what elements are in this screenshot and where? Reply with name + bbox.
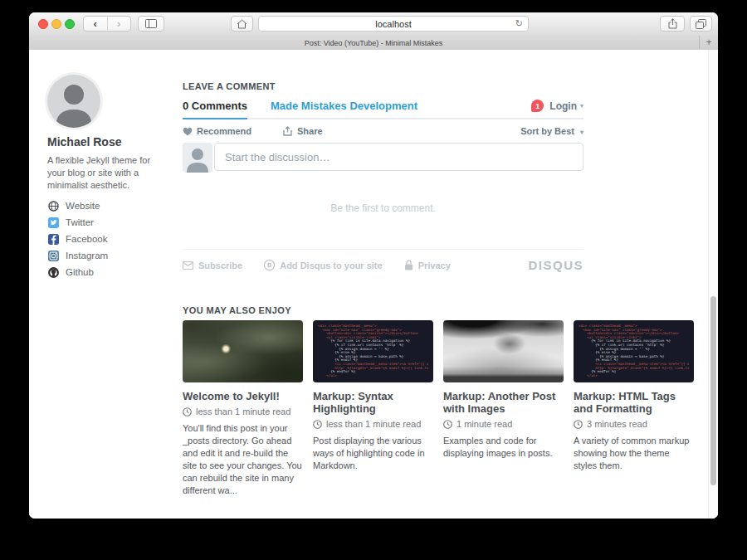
home-icon xyxy=(237,19,247,29)
post-thumbnail-moss-photo[interactable] xyxy=(183,320,303,382)
sort-label: Sort by Best xyxy=(520,126,574,136)
author-link-github[interactable]: Github xyxy=(47,264,108,280)
author-link-facebook[interactable]: Facebook xyxy=(47,231,108,247)
address-bar[interactable]: localhost ↻ xyxy=(258,16,529,32)
github-icon xyxy=(47,266,59,278)
read-time: 3 minutes read xyxy=(587,419,647,429)
post-meta: 3 minutes read xyxy=(574,419,694,429)
author-link-instagram[interactable]: Instagram xyxy=(47,247,108,264)
related-post-card[interactable]: <div class="masthead__menu"> <nav id="si… xyxy=(574,320,694,472)
related-post-card[interactable]: Markup: Another Post with Images 1 minut… xyxy=(443,320,564,460)
post-thumbnail-code-screenshot[interactable]: <div class="masthead__menu"> <nav id="si… xyxy=(574,320,694,382)
heart-icon xyxy=(183,127,193,136)
person-silhouette-icon xyxy=(47,75,100,128)
author-link-label: Facebook xyxy=(66,234,108,244)
post-title[interactable]: Markup: HTML Tags and Formatting xyxy=(574,390,694,415)
tabs-overview-icon xyxy=(696,19,706,29)
read-time: less than 1 minute read xyxy=(196,407,290,416)
clock-icon xyxy=(183,407,192,416)
comment-compose-box xyxy=(183,143,583,173)
tab-community-link[interactable]: Made Mistakes Development xyxy=(271,100,417,112)
close-window-button[interactable] xyxy=(38,19,48,29)
post-title[interactable]: Markup: Syntax Highlighting xyxy=(313,390,433,415)
disqus-action-bar: Recommend Share Sort by Best ▾ xyxy=(183,126,583,136)
lock-icon xyxy=(404,260,413,270)
chevron-down-icon: ▾ xyxy=(580,129,583,136)
post-excerpt: A variety of common markup showing how t… xyxy=(574,435,694,472)
share-comments-button[interactable]: Share xyxy=(283,126,323,136)
zoom-window-button[interactable] xyxy=(65,19,75,29)
post-thumbnail-code-screenshot[interactable]: <div class="masthead__menu"> <nav id="si… xyxy=(313,320,433,382)
new-tab-button[interactable]: + xyxy=(699,36,718,49)
recommend-label: Recommend xyxy=(197,126,251,136)
read-time: 1 minute read xyxy=(456,419,512,429)
subscribe-link[interactable]: Subscribe xyxy=(183,261,242,270)
post-excerpt: Examples and code for displaying images … xyxy=(443,435,564,460)
login-label: Login xyxy=(549,100,577,112)
instagram-icon xyxy=(47,250,59,261)
author-bio: A flexible Jekyll theme for your blog or… xyxy=(47,154,160,192)
home-button[interactable] xyxy=(231,16,253,32)
sidebar-toggle-button[interactable] xyxy=(138,16,164,32)
sidebar-icon xyxy=(145,19,157,28)
guest-avatar xyxy=(183,143,212,173)
author-link-label: Website xyxy=(66,201,100,211)
page-content: Michael Rose A flexible Jekyll theme for… xyxy=(29,50,718,519)
post-title[interactable]: Markup: Another Post with Images xyxy=(443,390,564,415)
related-post-card[interactable]: Welcome to Jekyll! less than 1 minute re… xyxy=(183,320,303,497)
comment-input[interactable] xyxy=(214,143,583,171)
person-silhouette-icon xyxy=(183,143,212,173)
share-label: Share xyxy=(297,126,323,136)
reload-icon[interactable]: ↻ xyxy=(515,18,523,29)
tab-comment-count[interactable]: 0 Comments xyxy=(183,100,247,119)
disqus-d-icon xyxy=(264,260,275,270)
related-post-card[interactable]: <div class="masthead__menu"> <nav id="si… xyxy=(313,320,433,472)
privacy-label: Privacy xyxy=(418,261,451,270)
globe-icon xyxy=(47,200,59,212)
scrollbar-track[interactable] xyxy=(708,50,718,519)
twitter-icon xyxy=(47,217,59,228)
back-button[interactable]: ‹ xyxy=(84,17,108,30)
browser-window: ‹ › localhost ↻ Post: Video (YouTube) - … xyxy=(29,12,718,519)
author-links: Website Twitter Facebook Instagram Githu… xyxy=(47,197,108,280)
facebook-icon xyxy=(47,233,59,245)
no-comments-message: Be the first to comment. xyxy=(183,202,583,214)
post-meta: 1 minute read xyxy=(443,419,564,429)
clock-icon xyxy=(574,420,583,429)
sort-by-dropdown[interactable]: Sort by Best ▾ xyxy=(520,126,583,136)
show-all-tabs-button[interactable] xyxy=(690,16,712,32)
tab-bar: Post: Video (YouTube) - Minimal Mistakes… xyxy=(29,36,718,51)
recommend-button[interactable]: Recommend xyxy=(183,126,251,136)
minimize-window-button[interactable] xyxy=(51,19,61,29)
nav-button-group: ‹ › xyxy=(83,16,131,32)
post-thumbnail-fog-photo[interactable] xyxy=(443,320,564,382)
share-icon xyxy=(668,18,677,29)
add-disqus-link[interactable]: Add Disqus to your site xyxy=(264,260,382,270)
disqus-logo[interactable]: DISQUS xyxy=(528,258,583,272)
post-excerpt: Post displaying the various ways of high… xyxy=(313,435,433,472)
chevron-down-icon: ▾ xyxy=(580,102,583,110)
post-meta: less than 1 minute read xyxy=(183,407,303,416)
forward-button[interactable]: › xyxy=(108,17,131,30)
envelope-icon xyxy=(183,261,193,270)
subscribe-label: Subscribe xyxy=(198,261,242,270)
author-name: Michael Rose xyxy=(47,135,121,149)
clock-icon xyxy=(313,420,322,429)
author-link-label: Github xyxy=(66,267,94,277)
scrollbar-thumb[interactable] xyxy=(710,296,716,485)
share-button[interactable] xyxy=(660,16,685,32)
notification-badge[interactable]: 1 xyxy=(531,100,544,112)
address-bar-url: localhost xyxy=(375,19,411,29)
author-link-twitter[interactable]: Twitter xyxy=(47,214,108,231)
disqus-tabs: 0 Comments Made Mistakes Development 1 L… xyxy=(183,100,583,119)
author-link-website[interactable]: Website xyxy=(47,197,108,214)
comments-section-title: LEAVE A COMMENT xyxy=(183,81,276,91)
active-tab-title[interactable]: Post: Video (YouTube) - Minimal Mistakes xyxy=(305,39,443,47)
privacy-link[interactable]: Privacy xyxy=(404,260,451,270)
post-title[interactable]: Welcome to Jekyll! xyxy=(183,390,303,402)
login-control[interactable]: 1 Login ▾ xyxy=(531,100,583,112)
author-link-label: Twitter xyxy=(66,217,94,227)
author-link-label: Instagram xyxy=(66,251,108,261)
read-time: less than 1 minute read xyxy=(326,419,421,429)
related-section-title: YOU MAY ALSO ENJOY xyxy=(183,305,291,315)
